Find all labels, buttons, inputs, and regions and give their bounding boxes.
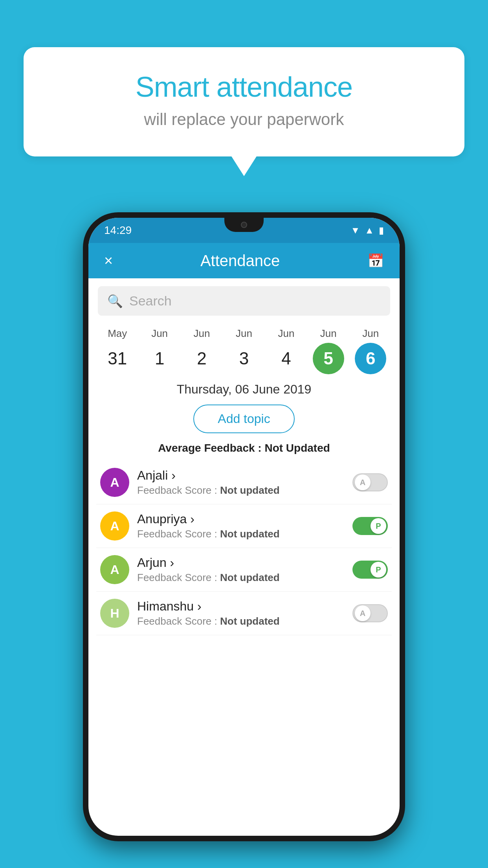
search-placeholder-text: Search [129,293,172,309]
attendance-toggle[interactable]: P [352,561,388,579]
calendar-day-2[interactable]: Jun2 [182,327,222,374]
attendance-toggle[interactable]: A [352,473,388,491]
student-item-0[interactable]: AAnjali ›Feedback Score : Not updatedA [96,461,392,504]
phone-mockup: 14:29 ▼ ▲ ▮ × Attendance 📅 🔍 Search Ma [83,212,405,841]
app-header: × Attendance 📅 [88,243,400,278]
speech-bubble: Smart attendance will replace your paper… [24,47,464,156]
cal-date-num: 1 [144,343,175,374]
cal-date-num: 4 [270,343,302,374]
calendar-day-3[interactable]: Jun3 [224,327,264,374]
app-title: Attendance [200,252,280,270]
student-list: AAnjali ›Feedback Score : Not updatedAAA… [88,461,400,635]
feedback-score: Feedback Score : Not updated [137,615,345,627]
selected-date-label: Thursday, 06 June 2019 [88,374,400,401]
average-feedback: Average Feedback : Not Updated [88,437,400,461]
cal-month-label: Jun [278,327,294,340]
student-item-2[interactable]: AArjun ›Feedback Score : Not updatedP [96,548,392,592]
attendance-toggle[interactable]: P [352,517,388,535]
search-icon: 🔍 [107,294,123,309]
feedback-score: Feedback Score : Not updated [137,528,345,540]
student-info: Anjali ›Feedback Score : Not updated [137,468,345,497]
close-button[interactable]: × [104,252,113,269]
student-name: Himanshu › [137,599,345,614]
cal-month-label: Jun [194,327,210,340]
cal-month-label: Jun [151,327,168,340]
avatar: A [100,555,129,584]
avatar: H [100,599,129,628]
student-item-1[interactable]: AAnupriya ›Feedback Score : Not updatedP [96,504,392,548]
cal-date-num: 6 [355,343,386,374]
phone-notch [224,218,264,232]
student-name: Arjun › [137,555,345,570]
calendar-day-4[interactable]: Jun4 [266,327,306,374]
student-name: Anupriya › [137,512,345,526]
feedback-value: Not Updated [264,442,330,454]
student-info: Himanshu ›Feedback Score : Not updated [137,599,345,627]
feedback-score: Feedback Score : Not updated [137,484,345,497]
battery-icon: ▮ [379,225,384,236]
cal-date-num: 2 [186,343,218,374]
student-name: Anjali › [137,468,345,483]
student-item-3[interactable]: HHimanshu ›Feedback Score : Not updatedA [96,592,392,635]
add-topic-button[interactable]: Add topic [193,405,294,433]
bubble-subtitle: will replace your paperwork [55,110,433,129]
cal-month-label: Jun [320,327,337,340]
student-info: Anupriya ›Feedback Score : Not updated [137,512,345,540]
avatar: A [100,511,129,541]
wifi-icon: ▼ [350,225,360,236]
student-info: Arjun ›Feedback Score : Not updated [137,555,345,584]
cal-date-num: 5 [313,343,344,374]
avatar: A [100,468,129,497]
feedback-label: Average Feedback : [158,442,264,454]
calendar-day-0[interactable]: May31 [98,327,137,374]
cal-date-num: 31 [102,343,133,374]
cal-month-label: May [108,327,127,340]
attendance-toggle[interactable]: A [352,604,388,622]
calendar-icon[interactable]: 📅 [367,253,384,268]
feedback-score: Feedback Score : Not updated [137,572,345,584]
calendar-strip: May31Jun1Jun2Jun3Jun4Jun5Jun6 [88,324,400,374]
cal-month-label: Jun [236,327,252,340]
signal-icon: ▲ [365,225,374,236]
camera [241,222,247,228]
bubble-title: Smart attendance [55,71,433,103]
cal-date-num: 3 [228,343,260,374]
calendar-day-5[interactable]: Jun5 [309,327,348,374]
search-bar[interactable]: 🔍 Search [98,286,390,316]
calendar-day-1[interactable]: Jun1 [140,327,179,374]
calendar-day-6[interactable]: Jun6 [351,327,390,374]
status-time: 14:29 [104,224,132,237]
status-icons: ▼ ▲ ▮ [350,225,384,236]
cal-month-label: Jun [362,327,379,340]
